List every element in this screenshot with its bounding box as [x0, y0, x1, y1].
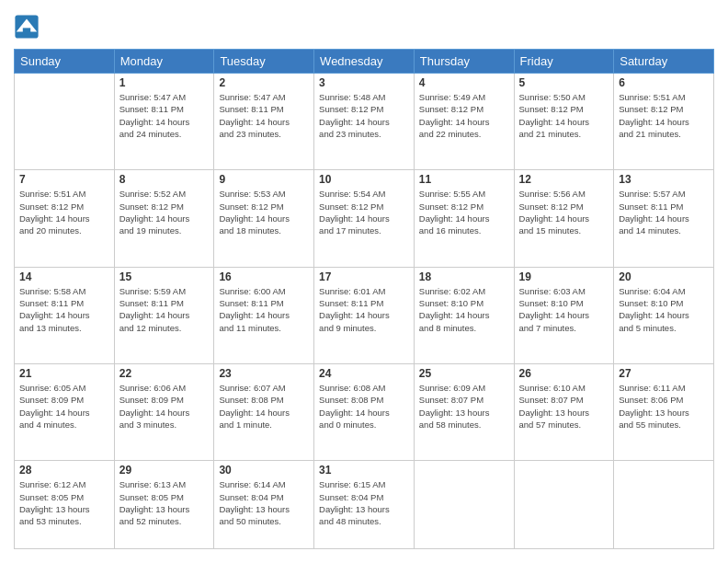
svg-rect-2: [23, 28, 30, 34]
day-info: Sunrise: 5:55 AM Sunset: 8:12 PM Dayligh…: [419, 188, 509, 236]
day-header-thursday: Thursday: [414, 50, 514, 74]
day-number: 4: [419, 76, 509, 89]
day-info: Sunrise: 5:47 AM Sunset: 8:11 PM Dayligh…: [119, 91, 210, 140]
day-info: Sunrise: 5:48 AM Sunset: 8:12 PM Dayligh…: [319, 91, 409, 140]
calendar-cell: 8Sunrise: 5:52 AM Sunset: 8:12 PM Daylig…: [114, 170, 214, 267]
calendar-cell: 12Sunrise: 5:56 AM Sunset: 8:12 PM Dayli…: [514, 170, 614, 267]
day-number: 22: [119, 367, 210, 380]
calendar-cell: 28Sunrise: 6:12 AM Sunset: 8:05 PM Dayli…: [15, 461, 115, 549]
day-info: Sunrise: 5:58 AM Sunset: 8:11 PM Dayligh…: [19, 285, 109, 334]
day-info: Sunrise: 6:05 AM Sunset: 8:09 PM Dayligh…: [19, 382, 109, 431]
day-info: Sunrise: 6:09 AM Sunset: 8:07 PM Dayligh…: [419, 382, 509, 431]
week-row-5: 28Sunrise: 6:12 AM Sunset: 8:05 PM Dayli…: [15, 461, 714, 549]
day-number: 21: [19, 367, 109, 380]
calendar-cell: 13Sunrise: 5:57 AM Sunset: 8:11 PM Dayli…: [614, 170, 714, 267]
day-info: Sunrise: 6:12 AM Sunset: 8:05 PM Dayligh…: [19, 478, 109, 527]
calendar-cell: [614, 461, 714, 549]
day-info: Sunrise: 5:56 AM Sunset: 8:12 PM Dayligh…: [519, 188, 609, 236]
calendar-table: SundayMondayTuesdayWednesdayThursdayFrid…: [14, 49, 714, 549]
day-number: 8: [119, 173, 210, 186]
day-info: Sunrise: 6:04 AM Sunset: 8:10 PM Dayligh…: [619, 285, 709, 334]
calendar-cell: 10Sunrise: 5:54 AM Sunset: 8:12 PM Dayli…: [314, 170, 415, 267]
day-number: 1: [119, 76, 210, 89]
day-info: Sunrise: 6:07 AM Sunset: 8:08 PM Dayligh…: [219, 382, 309, 431]
week-row-3: 14Sunrise: 5:58 AM Sunset: 8:11 PM Dayli…: [15, 267, 714, 363]
calendar-cell: 15Sunrise: 5:59 AM Sunset: 8:11 PM Dayli…: [114, 267, 214, 363]
day-number: 29: [119, 464, 210, 477]
calendar-header-row: SundayMondayTuesdayWednesdayThursdayFrid…: [15, 50, 714, 74]
day-info: Sunrise: 6:03 AM Sunset: 8:10 PM Dayligh…: [519, 285, 609, 334]
calendar-cell: 2Sunrise: 5:47 AM Sunset: 8:11 PM Daylig…: [214, 74, 314, 170]
calendar-cell: 30Sunrise: 6:14 AM Sunset: 8:04 PM Dayli…: [214, 461, 314, 549]
calendar-cell: 25Sunrise: 6:09 AM Sunset: 8:07 PM Dayli…: [414, 363, 514, 460]
calendar-cell: 27Sunrise: 6:11 AM Sunset: 8:06 PM Dayli…: [614, 363, 714, 460]
header: [14, 14, 714, 40]
calendar-cell: [514, 461, 614, 549]
day-info: Sunrise: 5:52 AM Sunset: 8:12 PM Dayligh…: [119, 188, 210, 236]
day-info: Sunrise: 6:15 AM Sunset: 8:04 PM Dayligh…: [319, 478, 409, 527]
day-number: 27: [619, 367, 709, 380]
logo-icon: [14, 14, 40, 40]
day-number: 20: [619, 270, 709, 283]
calendar-cell: 6Sunrise: 5:51 AM Sunset: 8:12 PM Daylig…: [614, 74, 714, 170]
day-number: 7: [19, 173, 109, 186]
calendar-cell: 20Sunrise: 6:04 AM Sunset: 8:10 PM Dayli…: [614, 267, 714, 363]
day-header-sunday: Sunday: [15, 50, 115, 74]
day-info: Sunrise: 5:51 AM Sunset: 8:12 PM Dayligh…: [19, 188, 109, 236]
calendar-cell: [15, 74, 115, 170]
page: SundayMondayTuesdayWednesdayThursdayFrid…: [0, 0, 728, 563]
day-header-monday: Monday: [114, 50, 214, 74]
calendar-cell: 16Sunrise: 6:00 AM Sunset: 8:11 PM Dayli…: [214, 267, 314, 363]
day-number: 15: [119, 270, 210, 283]
day-number: 18: [419, 270, 509, 283]
logo: [14, 14, 41, 40]
day-info: Sunrise: 5:54 AM Sunset: 8:12 PM Dayligh…: [319, 188, 409, 236]
calendar-cell: [414, 461, 514, 549]
calendar-cell: 24Sunrise: 6:08 AM Sunset: 8:08 PM Dayli…: [314, 363, 415, 460]
day-number: 24: [319, 367, 409, 380]
day-info: Sunrise: 6:11 AM Sunset: 8:06 PM Dayligh…: [619, 382, 709, 431]
day-number: 5: [519, 76, 609, 89]
day-number: 30: [219, 464, 309, 477]
calendar-cell: 3Sunrise: 5:48 AM Sunset: 8:12 PM Daylig…: [314, 74, 415, 170]
day-number: 10: [319, 173, 409, 186]
day-number: 19: [519, 270, 609, 283]
calendar-cell: 5Sunrise: 5:50 AM Sunset: 8:12 PM Daylig…: [514, 74, 614, 170]
calendar-cell: 7Sunrise: 5:51 AM Sunset: 8:12 PM Daylig…: [15, 170, 115, 267]
day-info: Sunrise: 5:51 AM Sunset: 8:12 PM Dayligh…: [619, 91, 709, 140]
day-info: Sunrise: 6:08 AM Sunset: 8:08 PM Dayligh…: [319, 382, 409, 431]
day-number: 13: [619, 173, 709, 186]
calendar-cell: 11Sunrise: 5:55 AM Sunset: 8:12 PM Dayli…: [414, 170, 514, 267]
day-info: Sunrise: 5:49 AM Sunset: 8:12 PM Dayligh…: [419, 91, 509, 140]
day-number: 16: [219, 270, 309, 283]
day-info: Sunrise: 5:53 AM Sunset: 8:12 PM Dayligh…: [219, 188, 309, 236]
day-number: 3: [319, 76, 409, 89]
day-info: Sunrise: 6:00 AM Sunset: 8:11 PM Dayligh…: [219, 285, 309, 334]
day-number: 2: [219, 76, 309, 89]
day-info: Sunrise: 5:50 AM Sunset: 8:12 PM Dayligh…: [519, 91, 609, 140]
calendar-cell: 23Sunrise: 6:07 AM Sunset: 8:08 PM Dayli…: [214, 363, 314, 460]
calendar-cell: 19Sunrise: 6:03 AM Sunset: 8:10 PM Dayli…: [514, 267, 614, 363]
day-header-tuesday: Tuesday: [214, 50, 314, 74]
day-number: 6: [619, 76, 709, 89]
day-number: 17: [319, 270, 409, 283]
day-info: Sunrise: 6:02 AM Sunset: 8:10 PM Dayligh…: [419, 285, 509, 334]
day-info: Sunrise: 6:06 AM Sunset: 8:09 PM Dayligh…: [119, 382, 210, 431]
week-row-1: 1Sunrise: 5:47 AM Sunset: 8:11 PM Daylig…: [15, 74, 714, 170]
day-number: 28: [19, 464, 109, 477]
day-info: Sunrise: 6:10 AM Sunset: 8:07 PM Dayligh…: [519, 382, 609, 431]
day-number: 23: [219, 367, 309, 380]
calendar-cell: 29Sunrise: 6:13 AM Sunset: 8:05 PM Dayli…: [114, 461, 214, 549]
calendar-cell: 4Sunrise: 5:49 AM Sunset: 8:12 PM Daylig…: [414, 74, 514, 170]
day-info: Sunrise: 5:59 AM Sunset: 8:11 PM Dayligh…: [119, 285, 210, 334]
calendar-cell: 14Sunrise: 5:58 AM Sunset: 8:11 PM Dayli…: [15, 267, 115, 363]
day-number: 14: [19, 270, 109, 283]
day-header-saturday: Saturday: [614, 50, 714, 74]
day-info: Sunrise: 6:14 AM Sunset: 8:04 PM Dayligh…: [219, 478, 309, 527]
calendar-cell: 17Sunrise: 6:01 AM Sunset: 8:11 PM Dayli…: [314, 267, 415, 363]
week-row-4: 21Sunrise: 6:05 AM Sunset: 8:09 PM Dayli…: [15, 363, 714, 460]
calendar-cell: 9Sunrise: 5:53 AM Sunset: 8:12 PM Daylig…: [214, 170, 314, 267]
calendar-cell: 18Sunrise: 6:02 AM Sunset: 8:10 PM Dayli…: [414, 267, 514, 363]
day-info: Sunrise: 6:13 AM Sunset: 8:05 PM Dayligh…: [119, 478, 210, 527]
day-number: 9: [219, 173, 309, 186]
